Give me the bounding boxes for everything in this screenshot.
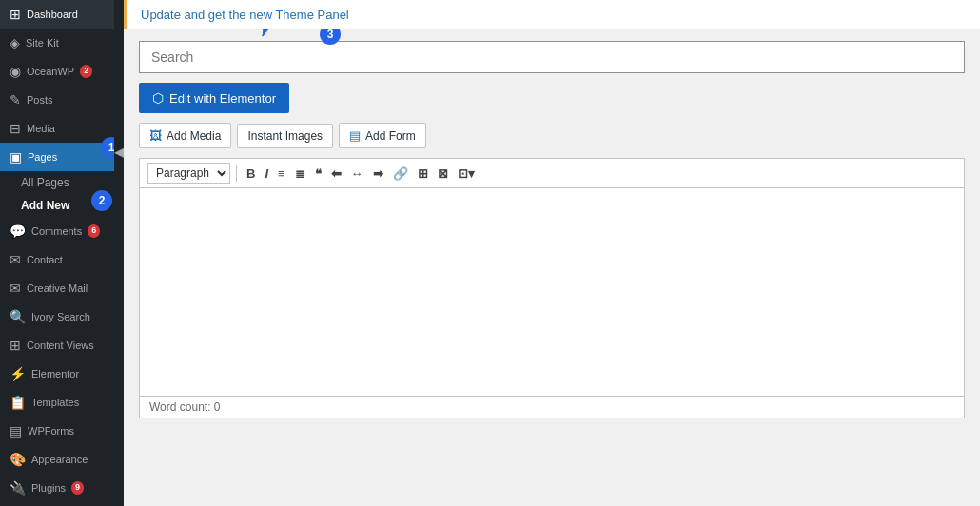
add-media-label: Add Media bbox=[167, 129, 221, 143]
paragraph-format-select[interactable]: Paragraph bbox=[147, 163, 230, 184]
sidebar-item-label: Media bbox=[27, 123, 55, 134]
insert-table-button[interactable]: ⊞ bbox=[414, 165, 432, 183]
sidebar-item-wpforms[interactable]: ▤ WPForms bbox=[0, 417, 114, 445]
sidebar-item-label: Content Views bbox=[27, 340, 94, 351]
sidebar-item-label: Comments bbox=[31, 225, 82, 237]
blockquote-button[interactable]: ❝ bbox=[311, 165, 325, 183]
table-options-button[interactable]: ⊠ bbox=[434, 165, 452, 183]
site-kit-icon: ◈ bbox=[10, 35, 20, 50]
word-count-label: Word count: 0 bbox=[149, 400, 220, 414]
add-new-label: Add New bbox=[21, 199, 69, 212]
main-content: Update and get the new Theme Panel 3 ⬡ bbox=[124, 0, 980, 506]
link-button[interactable]: 🔗 bbox=[389, 165, 412, 183]
edit-with-elementor-button[interactable]: ⬡ Edit with Elementor bbox=[139, 83, 289, 113]
elementor-icon: ⚡ bbox=[10, 366, 26, 381]
ordered-list-button[interactable]: ≣ bbox=[291, 165, 309, 183]
add-form-button[interactable]: ▤ Add Form bbox=[339, 123, 426, 148]
oceanwp-badge: 2 bbox=[80, 65, 92, 78]
align-left-button[interactable]: ⬅ bbox=[327, 165, 345, 183]
contact-icon: ✉ bbox=[10, 252, 21, 267]
sidebar-item-pages[interactable]: ▣ Pages 1 bbox=[0, 143, 114, 171]
content-views-icon: ⊞ bbox=[10, 338, 21, 353]
sidebar-item-label: WPForms bbox=[28, 425, 74, 437]
annotation-2: 2 bbox=[91, 190, 112, 211]
more-options-button[interactable]: ⊡▾ bbox=[454, 165, 479, 183]
sidebar-item-creative-mail[interactable]: ✉ Creative Mail bbox=[0, 274, 114, 302]
annotation-3-arrow bbox=[253, 29, 329, 41]
sidebar-item-comments[interactable]: 💬 Comments 6 bbox=[0, 217, 114, 245]
sidebar-item-label: Plugins bbox=[31, 482, 66, 494]
sidebar: ⊞ Dashboard ◈ Site Kit ◉ OceanWP 2 ✎ Pos… bbox=[0, 0, 114, 506]
sidebar-item-label: Elementor bbox=[31, 368, 79, 380]
align-right-button[interactable]: ➡ bbox=[369, 165, 387, 183]
plugins-icon: 🔌 bbox=[10, 480, 26, 496]
sidebar-item-appearance[interactable]: 🎨 Appearance bbox=[0, 445, 114, 474]
pages-icon: ▣ bbox=[10, 149, 22, 165]
sidebar-item-posts[interactable]: ✎ Posts bbox=[0, 86, 114, 114]
theme-panel-banner: Update and get the new Theme Panel bbox=[124, 0, 980, 29]
sidebar-item-label: Templates bbox=[31, 397, 79, 408]
sidebar-item-label: Pages bbox=[28, 151, 57, 163]
sidebar-item-contact[interactable]: ✉ Contact bbox=[0, 245, 114, 274]
dashboard-icon: ⊞ bbox=[10, 7, 21, 22]
sidebar-item-media[interactable]: ⊟ Media bbox=[0, 114, 114, 143]
plugins-badge: 9 bbox=[71, 481, 84, 495]
ivory-search-icon: 🔍 bbox=[10, 309, 26, 324]
editor-toolbar-row: 🖼 Add Media Instant Images ▤ Add Form bbox=[139, 123, 965, 148]
sidebar-item-content-views[interactable]: ⊞ Content Views bbox=[0, 331, 114, 360]
sidebar-item-label: OceanWP bbox=[27, 66, 74, 77]
templates-icon: 📋 bbox=[10, 395, 26, 410]
unordered-list-button[interactable]: ≡ bbox=[274, 165, 289, 183]
elementor-btn-label: Edit with Elementor bbox=[169, 91, 276, 106]
wpforms-icon: ▤ bbox=[10, 423, 22, 438]
page-editor-area: 3 ⬡ Edit with Elementor 🖼 Add M bbox=[124, 29, 980, 506]
add-form-icon: ▤ bbox=[349, 128, 361, 143]
theme-panel-link[interactable]: Update and get the new Theme Panel bbox=[141, 8, 349, 22]
italic-button[interactable]: I bbox=[261, 165, 272, 183]
formatting-bar: Paragraph B I ≡ ≣ ❝ ⬅ ↔ ➡ 🔗 ⊞ ⊠ ⊡▾ bbox=[139, 158, 965, 187]
sidebar-item-plugins[interactable]: 🔌 Plugins 9 bbox=[0, 474, 114, 502]
creative-mail-icon: ✉ bbox=[10, 281, 21, 296]
text-editor[interactable] bbox=[139, 187, 965, 397]
sidebar-item-site-kit[interactable]: ◈ Site Kit bbox=[0, 29, 114, 57]
comments-badge: 6 bbox=[88, 224, 100, 238]
sidebar-item-label: Site Kit bbox=[26, 37, 59, 49]
sidebar-item-label: Appearance bbox=[31, 454, 88, 465]
instant-images-label: Instant Images bbox=[247, 129, 323, 143]
add-form-label: Add Form bbox=[365, 129, 416, 143]
media-icon: ⊟ bbox=[10, 121, 21, 136]
oceanwp-icon: ◉ bbox=[10, 64, 21, 79]
formatting-bar-container: Paragraph B I ≡ ≣ ❝ ⬅ ↔ ➡ 🔗 ⊞ ⊠ ⊡▾ Word bbox=[139, 158, 965, 418]
elementor-btn-container: ⬡ Edit with Elementor bbox=[139, 83, 965, 113]
appearance-icon: 🎨 bbox=[10, 452, 26, 467]
align-center-button[interactable]: ↔ bbox=[347, 165, 367, 183]
sidebar-item-users[interactable]: 👤 Users bbox=[0, 502, 114, 506]
sidebar-item-templates[interactable]: 📋 Templates bbox=[0, 388, 114, 417]
sidebar-item-ivory-search[interactable]: 🔍 Ivory Search bbox=[0, 302, 114, 331]
search-input[interactable] bbox=[139, 41, 965, 73]
sidebar-item-oceanwp[interactable]: ◉ OceanWP 2 bbox=[0, 57, 114, 86]
instant-images-button[interactable]: Instant Images bbox=[237, 124, 333, 148]
format-separator-1 bbox=[236, 165, 237, 182]
elementor-btn-icon: ⬡ bbox=[152, 90, 164, 106]
sidebar-item-label: Posts bbox=[27, 94, 53, 106]
sidebar-item-label: Creative Mail bbox=[27, 282, 88, 294]
sidebar-item-elementor[interactable]: ⚡ Elementor bbox=[0, 360, 114, 388]
sidebar-collapse-btn[interactable]: ◀ bbox=[114, 0, 124, 506]
word-count-bar: Word count: 0 bbox=[139, 397, 965, 418]
sidebar-item-label: Ivory Search bbox=[31, 311, 90, 322]
sidebar-item-label: Dashboard bbox=[27, 9, 78, 20]
search-container: 3 bbox=[139, 41, 965, 73]
comments-icon: 💬 bbox=[10, 224, 26, 239]
all-pages-label: All Pages bbox=[21, 176, 69, 189]
annotation-1: 1 bbox=[101, 137, 114, 158]
sidebar-item-label: Contact bbox=[27, 254, 63, 265]
add-media-icon: 🖼 bbox=[149, 128, 162, 143]
sidebar-item-dashboard[interactable]: ⊞ Dashboard bbox=[0, 0, 114, 29]
bold-button[interactable]: B bbox=[243, 165, 259, 183]
add-media-button[interactable]: 🖼 Add Media bbox=[139, 123, 231, 148]
sidebar-sub-item-add-new[interactable]: Add New 2 bbox=[0, 194, 114, 217]
posts-icon: ✎ bbox=[10, 92, 21, 107]
